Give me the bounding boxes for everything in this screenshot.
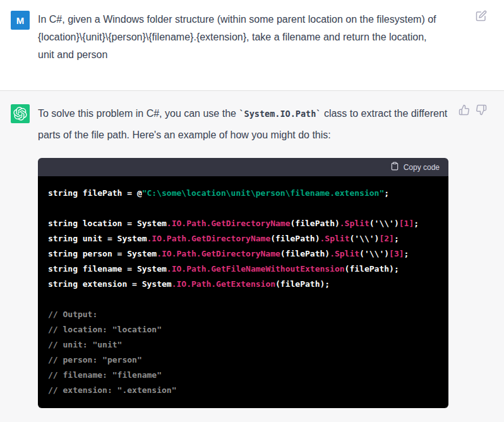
code-line: // person: "person": [48, 353, 438, 368]
thumbs-down-button[interactable]: [476, 104, 487, 116]
openai-logo-icon: [13, 107, 27, 121]
clipboard-icon: [390, 162, 399, 172]
code-line: string filename = System.IO.Path.GetFile…: [48, 262, 438, 277]
thumbs-up-button[interactable]: [459, 104, 470, 116]
copy-code-button[interactable]: Copy code: [390, 162, 440, 172]
user-message-row: M In C#, given a Windows folder structur…: [0, 0, 504, 91]
assistant-avatar: [11, 104, 30, 123]
code-content: string filePath = @"C:\some\location\uni…: [38, 176, 448, 408]
code-line: string filePath = @"C:\some\location\uni…: [48, 186, 438, 201]
thumbs-up-icon: [459, 108, 470, 118]
user-message-actions: [476, 10, 487, 21]
assistant-message-actions: [459, 104, 487, 116]
user-avatar-initial: M: [16, 15, 25, 26]
code-line: string location = System.IO.Path.GetDire…: [48, 216, 438, 231]
code-line: string person = System.IO.Path.GetDirect…: [48, 246, 438, 262]
code-block-header: Copy code: [38, 158, 448, 176]
assistant-paragraph: To solve this problem in C#, you can use…: [38, 103, 448, 146]
copy-code-label: Copy code: [404, 163, 440, 172]
user-avatar: M: [11, 11, 30, 30]
code-line: [48, 292, 438, 307]
thumbs-down-icon: [476, 108, 487, 118]
code-line: // unit: "unit": [48, 337, 438, 353]
assistant-text-prefix: To solve this problem in C#, you can use…: [38, 108, 239, 119]
edit-pencil-icon: [476, 14, 487, 23]
code-line: [48, 201, 438, 216]
code-line: string extension = System.IO.Path.GetExt…: [48, 277, 438, 292]
code-line: string unit = System.IO.Path.GetDirector…: [48, 231, 438, 246]
code-block: Copy code string filePath = @"C:\some\lo…: [38, 158, 448, 408]
code-line: // location: "location": [48, 322, 438, 337]
code-line: // extension: ".extension": [48, 383, 438, 398]
assistant-message-body: To solve this problem in C#, you can use…: [38, 104, 448, 422]
code-line: // Output:: [48, 307, 438, 322]
inline-code: `System.IO.Path`: [239, 109, 321, 119]
code-line: // filename: "filename": [48, 368, 438, 383]
user-message-text: In C#, given a Windows folder structure …: [38, 11, 456, 90]
assistant-message-row: To solve this problem in C#, you can use…: [0, 91, 504, 422]
edit-message-button[interactable]: [476, 10, 487, 21]
